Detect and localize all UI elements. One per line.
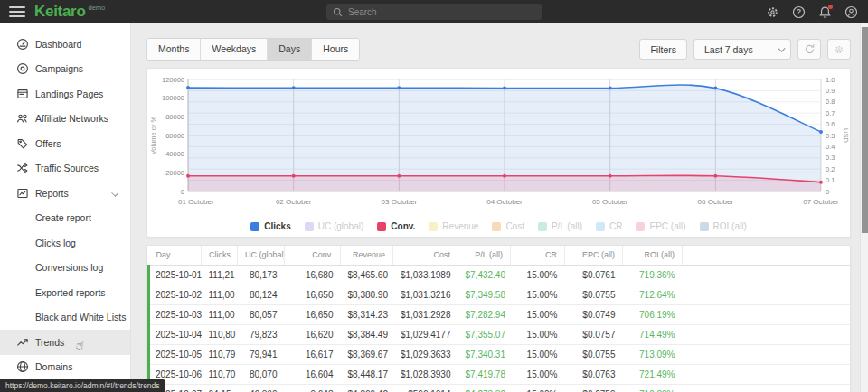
- settings-gear-icon[interactable]: [765, 5, 780, 20]
- chevron-down-icon: [111, 190, 118, 197]
- tag-icon: [16, 137, 29, 150]
- sidebar-item-reports[interactable]: Reports: [0, 181, 130, 206]
- legend-item-uc-global[interactable]: UC (global): [305, 221, 364, 231]
- legend-swatch: [596, 222, 605, 231]
- cell-conv: 16,617: [285, 344, 341, 364]
- split-icon: [16, 162, 29, 174]
- svg-text:0.6: 0.6: [826, 120, 835, 128]
- cell-uc-global: 80,070: [238, 364, 285, 384]
- legend-item-p-l-all[interactable]: P/L (all): [538, 221, 582, 231]
- sidebar-item-label: Offers: [35, 138, 61, 149]
- cell-uc-global: 46,360: [238, 384, 285, 392]
- svg-text:80000: 80000: [165, 113, 184, 121]
- svg-text:60000: 60000: [165, 132, 184, 140]
- legend-swatch: [492, 222, 501, 231]
- hamburger-menu-icon[interactable]: [9, 6, 25, 17]
- sidebar-item-landings-pages[interactable]: Landings Pages: [0, 81, 130, 107]
- search-box[interactable]: [326, 4, 542, 20]
- legend-item-roi-all[interactable]: ROI (all): [700, 221, 747, 231]
- notifications-bell-icon[interactable]: [817, 5, 833, 20]
- sidebar-item-affiliate-networks[interactable]: Affiliate Networks: [0, 107, 130, 132]
- target-icon: [16, 62, 29, 75]
- column-header-uc-global[interactable]: UC (global): [238, 246, 285, 265]
- legend-item-cr[interactable]: CR: [596, 221, 622, 231]
- column-header-clicks[interactable]: Clicks: [202, 246, 238, 265]
- cell-conv: 16,650: [285, 285, 341, 304]
- svg-text:03 October: 03 October: [382, 198, 418, 206]
- legend-item-revenue[interactable]: Revenue: [429, 221, 478, 231]
- report-icon: [16, 187, 29, 200]
- legend-item-clicks[interactable]: Clicks: [250, 221, 290, 231]
- cell-cost: $596.1014: [393, 384, 458, 392]
- svg-text:06 October: 06 October: [698, 198, 734, 206]
- sidebar-item-black-and-white-lists[interactable]: Black and White Lists: [0, 305, 130, 331]
- chart-settings-button[interactable]: [827, 39, 851, 60]
- sidebar-item-label: Create report: [35, 212, 91, 223]
- sidebar-item-domains[interactable]: Domains: [0, 355, 130, 380]
- cell-conv: 16,650: [285, 304, 341, 324]
- tab-months[interactable]: Months: [147, 39, 201, 60]
- sidebar-item-exported-reports[interactable]: Exported reports: [0, 280, 130, 305]
- refresh-button[interactable]: [797, 39, 821, 60]
- column-header-day[interactable]: Day: [149, 246, 202, 265]
- globe-icon: [16, 360, 29, 373]
- cell-p-l-all: $7,355.07: [458, 324, 511, 344]
- column-header-roi-all[interactable]: ROI (all): [623, 246, 683, 265]
- tab-days[interactable]: Days: [268, 39, 312, 60]
- sidebar-item-create-report[interactable]: Create report: [0, 206, 130, 231]
- date-range-select[interactable]: Last 7 days: [693, 39, 791, 60]
- cell-revenue: $8,448.17: [341, 364, 393, 384]
- sidebar-item-label: Clicks log: [35, 238, 76, 248]
- sidebar-item-campaigns[interactable]: Campaigns: [0, 57, 130, 82]
- svg-text:07 October: 07 October: [803, 198, 839, 206]
- trends-chart-card: 02000040000600008000010000012000000.10.2…: [146, 68, 851, 238]
- cell-cost: $1,029.4177: [393, 324, 458, 344]
- filters-button[interactable]: Filters: [639, 39, 687, 60]
- search-icon: [333, 7, 343, 17]
- cell-epc-all: $0.0749: [565, 304, 623, 324]
- column-header-cr[interactable]: CR: [511, 246, 565, 265]
- cell-revenue: $8,384.49: [341, 324, 393, 344]
- sidebar-item-dashboard[interactable]: Dashboard: [0, 32, 130, 57]
- svg-text:0.4: 0.4: [826, 143, 835, 151]
- search-input[interactable]: [348, 7, 511, 17]
- sidebar-item-traffic-sources[interactable]: Traffic Sources: [0, 156, 130, 182]
- sidebar-item-label: Black and White Lists: [35, 312, 126, 322]
- trends-chart: 02000040000600008000010000012000000.10.2…: [147, 69, 850, 211]
- account-icon[interactable]: [844, 5, 859, 20]
- cell-roi-all: 716.88%: [623, 384, 683, 392]
- tab-hours[interactable]: Hours: [312, 39, 359, 60]
- legend-item-conv[interactable]: Conv.: [377, 221, 415, 231]
- help-icon[interactable]: ?: [791, 5, 807, 20]
- sidebar-item-conversions-log[interactable]: Conversions log: [0, 256, 130, 281]
- sidebar-item-trends[interactable]: Trends: [0, 330, 130, 355]
- tab-weekdays[interactable]: Weekdays: [201, 39, 268, 60]
- column-header-p-l-all[interactable]: P/L (all): [458, 246, 511, 265]
- cell-cost: $1,031.2928: [393, 304, 458, 324]
- cell-cost: $1,029.3633: [393, 344, 458, 364]
- notification-dot: [828, 5, 833, 9]
- legend-item-cost[interactable]: Cost: [492, 221, 524, 231]
- column-header-revenue[interactable]: Revenue: [341, 246, 393, 265]
- table-row: 2025-10-02111,0080,12416,650$8,380.90$1,…: [149, 285, 851, 304]
- cell-clicks: 111,21: [202, 265, 238, 285]
- cell-roi-all: 706.19%: [623, 304, 683, 324]
- sidebar-item-clicks-log[interactable]: Clicks log: [0, 230, 130, 256]
- sidebar-item-offers[interactable]: Offers: [0, 131, 130, 156]
- cell-day: 2025-10-03: [149, 304, 202, 324]
- cell-cr: 15.00%: [511, 324, 565, 344]
- svg-text:40000: 40000: [165, 150, 184, 158]
- svg-text:0.5: 0.5: [826, 132, 835, 140]
- column-header-epc-all[interactable]: EPC (all): [565, 246, 623, 265]
- svg-text:0.2: 0.2: [826, 165, 835, 173]
- legend-swatch: [377, 222, 386, 231]
- sidebar-item-label: Traffic Sources: [35, 163, 99, 173]
- legend-label: ROI (all): [713, 221, 747, 231]
- cell-epc-all: $0.0763: [565, 364, 623, 384]
- column-header-cost[interactable]: Cost: [393, 246, 458, 265]
- table-row: 2025-10-05110,7979,94116,617$8,369.67$1,…: [149, 344, 851, 364]
- scrollbar-thumb[interactable]: [862, 27, 868, 233]
- cell-clicks: 110,70: [202, 364, 238, 384]
- column-header-conv[interactable]: Conv.: [285, 246, 341, 265]
- legend-item-epc-all[interactable]: EPC (all): [636, 221, 685, 231]
